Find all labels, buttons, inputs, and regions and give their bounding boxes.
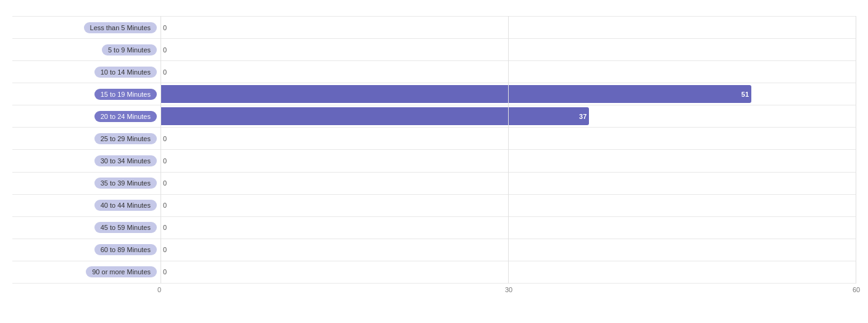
bar-row: 10 to 14 Minutes0 <box>12 61 856 83</box>
x-axis-label: 60 <box>853 286 860 293</box>
bar-label: 5 to 9 Minutes <box>102 44 157 55</box>
bar-label: 20 to 24 Minutes <box>94 111 157 122</box>
bar-row: 35 to 39 Minutes0 <box>12 173 856 195</box>
chart-area: Less than 5 Minutes05 to 9 Minutes010 to… <box>12 16 856 286</box>
bar-label: 60 to 89 Minutes <box>94 244 157 255</box>
bar-row: Less than 5 Minutes0 <box>12 16 856 39</box>
bar-track: 51 <box>161 83 856 105</box>
bar-track: 0 <box>161 195 856 216</box>
bar-track: 0 <box>161 61 856 83</box>
bar-track: 37 <box>161 105 856 127</box>
bar-label: 30 to 34 Minutes <box>94 155 157 166</box>
label-area: 35 to 39 Minutes <box>12 178 161 189</box>
bar-zero-value: 0 <box>163 135 167 142</box>
bar-label: 15 to 19 Minutes <box>94 89 157 100</box>
label-area: 10 to 14 Minutes <box>12 67 161 78</box>
label-area: Less than 5 Minutes <box>12 22 161 33</box>
bar-label: 90 or more Minutes <box>86 266 157 277</box>
bar-zero-value: 0 <box>163 46 167 54</box>
bar-row: 20 to 24 Minutes37 <box>12 105 856 128</box>
bar-track: 0 <box>161 173 856 194</box>
bar-value: 37 <box>579 113 586 120</box>
bar-label: 45 to 59 Minutes <box>94 222 157 233</box>
bar-track: 0 <box>161 239 856 261</box>
bar-track: 0 <box>161 261 856 283</box>
bar-zero-value: 0 <box>163 157 167 165</box>
bar-track: 0 <box>161 17 856 38</box>
bar-label: 35 to 39 Minutes <box>94 178 157 189</box>
label-area: 20 to 24 Minutes <box>12 111 161 122</box>
bar-fill: 51 <box>161 85 751 103</box>
bar-zero-value: 0 <box>163 24 167 31</box>
bar-zero-value: 0 <box>163 246 167 253</box>
label-area: 15 to 19 Minutes <box>12 89 161 100</box>
bar-row: 15 to 19 Minutes51 <box>12 83 856 105</box>
bar-row: 60 to 89 Minutes0 <box>12 239 856 261</box>
bar-label: Less than 5 Minutes <box>84 22 157 33</box>
bar-value: 51 <box>741 91 749 98</box>
bar-track: 0 <box>161 150 856 171</box>
label-area: 25 to 29 Minutes <box>12 133 161 144</box>
bar-row: 90 or more Minutes0 <box>12 261 856 284</box>
bar-track: 0 <box>161 128 856 149</box>
bar-track: 0 <box>161 39 856 60</box>
bar-fill: 37 <box>161 107 589 125</box>
label-area: 40 to 44 Minutes <box>12 200 161 211</box>
bar-zero-value: 0 <box>163 202 167 209</box>
bar-row: 40 to 44 Minutes0 <box>12 195 856 217</box>
label-area: 90 or more Minutes <box>12 266 161 277</box>
label-area: 60 to 89 Minutes <box>12 244 161 255</box>
bar-track: 0 <box>161 217 856 239</box>
bar-zero-value: 0 <box>163 224 167 231</box>
grid-line <box>856 16 856 284</box>
x-axis-label: 30 <box>505 286 512 293</box>
bar-row: 5 to 9 Minutes0 <box>12 39 856 61</box>
bar-zero-value: 0 <box>163 179 167 187</box>
x-axis-label: 0 <box>157 286 161 293</box>
bar-label: 25 to 29 Minutes <box>94 133 157 144</box>
bar-label: 40 to 44 Minutes <box>94 200 157 211</box>
bar-zero-value: 0 <box>163 68 167 76</box>
bar-label: 10 to 14 Minutes <box>94 67 157 78</box>
label-area: 45 to 59 Minutes <box>12 222 161 233</box>
bar-row: 25 to 29 Minutes0 <box>12 128 856 150</box>
bar-zero-value: 0 <box>163 268 167 276</box>
bar-row: 45 to 59 Minutes0 <box>12 217 856 239</box>
x-axis: 03060 <box>161 284 856 286</box>
bars-section: Less than 5 Minutes05 to 9 Minutes010 to… <box>12 16 856 284</box>
label-area: 30 to 34 Minutes <box>12 155 161 166</box>
chart-container: Less than 5 Minutes05 to 9 Minutes010 to… <box>0 0 868 323</box>
label-area: 5 to 9 Minutes <box>12 44 161 55</box>
bar-row: 30 to 34 Minutes0 <box>12 150 856 172</box>
